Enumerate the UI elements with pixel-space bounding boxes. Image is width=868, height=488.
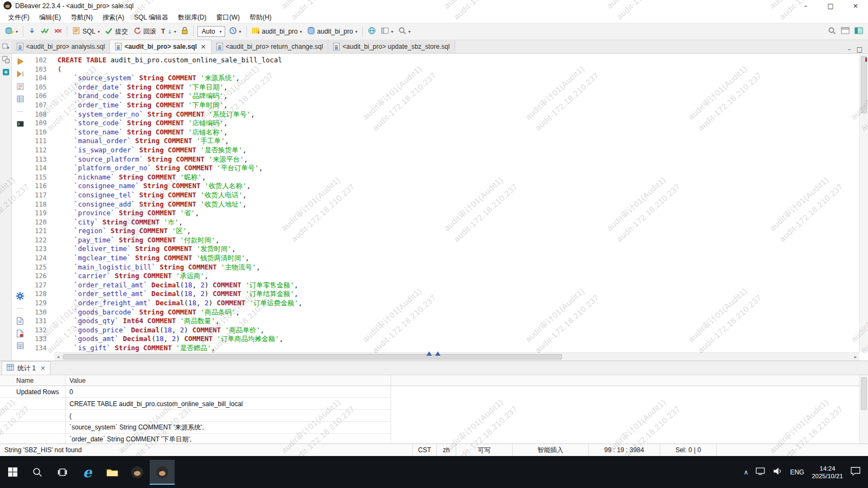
column-header-name[interactable]: Name bbox=[0, 377, 65, 384]
code-line[interactable]: `order_freight_amt` Decimal(18, 2) COMME… bbox=[58, 299, 859, 308]
reject-changes-button[interactable] bbox=[52, 25, 64, 38]
menu-item[interactable]: SQL 编辑器 bbox=[129, 12, 173, 23]
code-line[interactable]: `consignee_name` String COMMENT '收货人名称', bbox=[58, 182, 859, 191]
execute-statement-icon[interactable] bbox=[15, 57, 25, 66]
scroll-left-icon[interactable]: ◂ bbox=[54, 354, 62, 359]
stats-value-cell[interactable]: CREATE TABLE audit_bi_pro.custom_online_… bbox=[65, 400, 391, 408]
code-line[interactable]: `system_order_no` String COMMENT '系统订单号'… bbox=[58, 110, 859, 119]
rollback-button[interactable]: 回滚 bbox=[131, 25, 158, 38]
save-script-icon[interactable] bbox=[15, 316, 25, 325]
menu-item[interactable]: 文件(F) bbox=[3, 12, 34, 23]
stats-value-cell[interactable]: ( bbox=[65, 412, 391, 420]
code-line[interactable]: `consignee_add` String COMMENT '收货人地址', bbox=[58, 200, 859, 209]
view-menu-icon[interactable] bbox=[0, 40, 12, 53]
code-line[interactable]: `deliver_time` String COMMENT '发货时间', bbox=[58, 245, 859, 254]
panel-layout-button[interactable]: ▾ bbox=[379, 25, 395, 38]
code-editor[interactable]: CREATE TABLE audit_bi_pro.custom_online_… bbox=[55, 54, 859, 352]
more-actions-icon[interactable]: ⋯ bbox=[15, 107, 25, 116]
commit-mode-combo[interactable]: Auto ▾ bbox=[197, 26, 225, 37]
code-line[interactable]: `order_settle_amt` Decimal(18, 2) COMMEN… bbox=[58, 290, 859, 299]
tray-display-icon[interactable] bbox=[756, 467, 765, 477]
action-center-icon[interactable] bbox=[851, 467, 860, 477]
code-line[interactable]: `main_logistic_bill` String COMMENT '主物流… bbox=[58, 263, 859, 272]
code-line[interactable]: `goods_barcode` String COMMENT '商品条码', bbox=[58, 308, 859, 317]
script-error-icon[interactable] bbox=[15, 329, 25, 338]
menu-item[interactable]: 搜索(A) bbox=[98, 12, 129, 23]
commit-button[interactable]: 提交 bbox=[103, 25, 130, 38]
column-header-value[interactable]: Value bbox=[65, 377, 391, 384]
code-line[interactable]: `order_date` String COMMENT '下单日期', bbox=[58, 83, 859, 92]
sql-editor-type-button[interactable]: SQL ▾ bbox=[70, 25, 102, 38]
editor-tab[interactable]: <audit_bi_pro> analysis.sql bbox=[12, 40, 110, 53]
scrollbar-thumb[interactable] bbox=[63, 354, 562, 359]
editor-tab[interactable]: <audit_bi_pro> return_change.sql bbox=[212, 40, 328, 53]
execute-script-icon[interactable] bbox=[15, 69, 25, 79]
stats-name-cell[interactable]: Updated Rows bbox=[0, 388, 65, 396]
code-line[interactable]: `pay_time` String COMMENT '付款时间', bbox=[58, 236, 859, 245]
code-line[interactable]: CREATE TABLE audit_bi_pro.custom_online_… bbox=[58, 56, 859, 65]
maximize-view-icon[interactable]: □ bbox=[857, 46, 863, 53]
scrollbar-thumb[interactable] bbox=[861, 56, 867, 113]
dbeaver-perspective-button[interactable] bbox=[852, 25, 865, 38]
close-button[interactable]: × bbox=[843, 0, 868, 12]
menu-item[interactable]: 编辑(E) bbox=[34, 12, 66, 23]
column-divider[interactable] bbox=[65, 375, 66, 444]
task-view-button[interactable] bbox=[50, 460, 75, 485]
stats-vertical-scrollbar[interactable] bbox=[859, 375, 868, 444]
connection-selector[interactable]: audit_bi_pro ▾ bbox=[250, 25, 304, 38]
explain-plan-icon[interactable] bbox=[15, 82, 25, 91]
dbeaver-taskbar-button[interactable] bbox=[125, 460, 150, 485]
code-line[interactable]: `goods_amt` Decimal(18, 2) COMMENT '订单商品… bbox=[58, 335, 859, 344]
transaction-log-button[interactable]: ▾ bbox=[227, 25, 244, 38]
menu-item[interactable]: 数据库(D) bbox=[173, 12, 212, 23]
result-grid-icon[interactable] bbox=[15, 94, 25, 104]
scroll-right-icon[interactable]: ▸ bbox=[852, 354, 859, 359]
sash-restore-buttons[interactable] bbox=[425, 351, 442, 356]
editor-tab[interactable]: <audit_bi_pro> update_sbz_store.sql bbox=[328, 40, 455, 53]
stats-value-cell[interactable]: `source_system` String COMMENT '来源系统', bbox=[65, 423, 391, 432]
start-button[interactable] bbox=[0, 460, 25, 485]
accept-changes-button[interactable] bbox=[39, 25, 51, 38]
open-console-icon[interactable] bbox=[15, 119, 25, 129]
minimize-button[interactable]: – bbox=[793, 0, 818, 12]
database-navigator-icon[interactable] bbox=[2, 68, 10, 78]
schema-selector[interactable]: audit_bi_pro ▾ bbox=[305, 25, 360, 38]
vertical-scrollbar[interactable] bbox=[859, 54, 868, 352]
internet-explorer-button[interactable]: e bbox=[75, 460, 100, 485]
fetch-next-button[interactable] bbox=[26, 25, 38, 38]
code-line[interactable]: `nickname` String COMMENT '昵称', bbox=[58, 173, 859, 182]
horizontal-scrollbar[interactable]: ◂ ▸ bbox=[54, 352, 859, 361]
code-line[interactable]: `store_code` String COMMENT '店铺编码', bbox=[58, 119, 859, 128]
new-sql-editor-button[interactable]: ▾ bbox=[3, 25, 20, 38]
lock-button[interactable] bbox=[179, 25, 190, 38]
stats-tab[interactable]: 统计 1 × bbox=[2, 361, 50, 375]
menu-item[interactable]: 帮助(H) bbox=[245, 12, 277, 23]
code-line[interactable]: `goods_price` Decimal(18, 2) COMMENT '商品… bbox=[58, 326, 859, 335]
stats-value-cell[interactable]: `order_date` String COMMENT '下单日期', bbox=[65, 435, 391, 444]
code-line[interactable]: ( bbox=[58, 65, 859, 74]
output-grid-icon[interactable] bbox=[15, 341, 25, 350]
editor-tab[interactable]: <audit_bi_pro> sale.sql× bbox=[110, 40, 211, 53]
menu-item[interactable]: 窗口(W) bbox=[212, 12, 245, 23]
close-icon[interactable]: × bbox=[40, 364, 46, 372]
network-button[interactable] bbox=[366, 25, 378, 38]
tray-expand-icon[interactable]: ∧ bbox=[744, 468, 749, 476]
code-line[interactable]: `goods_qty` Int64 COMMENT '商品数量', bbox=[58, 317, 859, 326]
maximize-button[interactable]: □ bbox=[818, 0, 843, 12]
volume-icon[interactable] bbox=[773, 467, 782, 477]
line-number-gutter[interactable]: 1021031041051061071081091101111121131141… bbox=[28, 54, 53, 352]
code-line[interactable]: `manual_order` String COMMENT '手工单', bbox=[58, 137, 859, 146]
code-line[interactable]: `city` String COMMENT '市', bbox=[58, 218, 859, 227]
code-line[interactable]: `order_retail_amt` Decimal(18, 2) COMMEN… bbox=[58, 281, 859, 290]
code-line[interactable]: `platform_order_no` String COMMENT '平台订单… bbox=[58, 164, 859, 173]
toolbar-search-button[interactable]: ▾ bbox=[396, 25, 413, 38]
code-line[interactable]: `consignee_tel` String COMMENT '收货人电话', bbox=[58, 191, 859, 200]
more-actions-icon[interactable]: ⋯ bbox=[15, 304, 25, 313]
code-line[interactable]: `order_time` String COMMENT '下单时间', bbox=[58, 101, 859, 110]
column-divider[interactable] bbox=[391, 375, 391, 444]
language-indicator[interactable]: ENG bbox=[790, 468, 804, 476]
dbeaver-taskbar-button-active[interactable] bbox=[150, 460, 175, 485]
taskbar-search-button[interactable] bbox=[25, 460, 50, 485]
code-line[interactable]: `brand_code` String COMMENT '品牌编码', bbox=[58, 92, 859, 101]
code-line[interactable]: `mgclear_time` String COMMENT '钱货两清时间', bbox=[58, 254, 859, 263]
